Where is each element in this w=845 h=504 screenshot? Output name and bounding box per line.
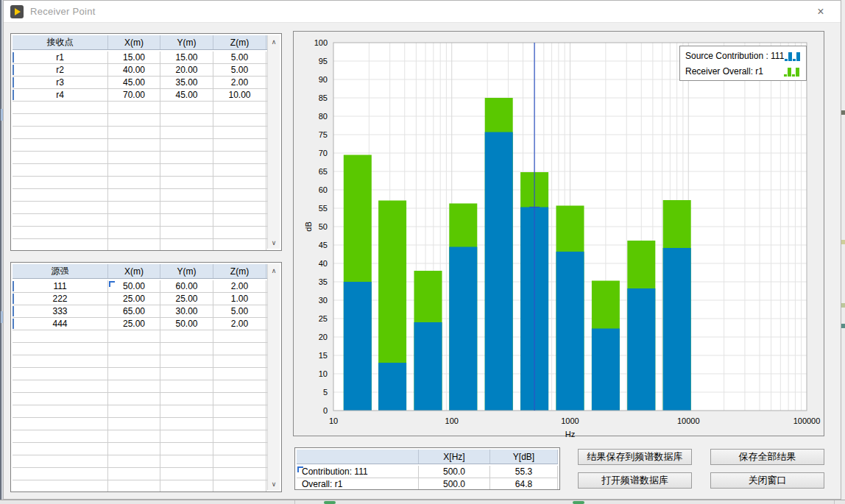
table-cell[interactable]: 15.00: [160, 52, 213, 63]
table-cell[interactable]: 60.00: [160, 280, 213, 292]
table-row[interactable]: r115.0015.005.00: [13, 52, 280, 64]
save-results-to-spectrum-db-button[interactable]: 结果保存到频谱数据库: [578, 449, 692, 465]
table-row[interactable]: [13, 202, 280, 214]
table-cell[interactable]: 20.00: [160, 64, 213, 76]
table-cell[interactable]: [108, 102, 160, 113]
table-cell[interactable]: [13, 189, 108, 201]
table-cell[interactable]: [108, 405, 160, 417]
table-row[interactable]: [13, 455, 280, 468]
table-cell[interactable]: [13, 405, 108, 417]
table-cell[interactable]: 333: [13, 305, 108, 317]
table-cell[interactable]: [13, 418, 108, 430]
column-header[interactable]: X[Hz]: [419, 450, 490, 464]
table-cell[interactable]: [108, 480, 160, 492]
table-cell[interactable]: [108, 430, 160, 442]
table-cell[interactable]: 500.0: [419, 466, 490, 478]
column-header[interactable]: Y(m): [160, 35, 213, 49]
column-header[interactable]: [297, 450, 419, 464]
table-cell[interactable]: [13, 393, 108, 405]
column-header[interactable]: 源强: [13, 264, 108, 278]
table-row[interactable]: [13, 189, 280, 202]
table-cell[interactable]: 25.00: [108, 293, 160, 305]
table-cell[interactable]: 1.00: [213, 293, 266, 305]
table-cell[interactable]: [108, 152, 160, 163]
table-cell[interactable]: [213, 443, 266, 455]
source-strength-table[interactable]: 源强X(m)Y(m)Z(m)11150.0060.002.0022225.002…: [10, 262, 282, 492]
close-icon[interactable]: ×: [810, 4, 832, 20]
table-row[interactable]: [13, 380, 280, 393]
table-cell[interactable]: [160, 393, 213, 405]
table-cell[interactable]: [160, 127, 213, 138]
table-cell[interactable]: r3: [13, 77, 108, 88]
table-cell[interactable]: [108, 455, 160, 467]
table-cell[interactable]: 40.00: [108, 64, 160, 76]
table-cell[interactable]: [213, 114, 266, 126]
table-row[interactable]: [13, 418, 280, 430]
table-row[interactable]: [13, 114, 280, 127]
table-cell[interactable]: [108, 239, 160, 251]
table-cell[interactable]: [213, 202, 266, 213]
table-cell[interactable]: [13, 455, 108, 467]
table-cell[interactable]: [108, 443, 160, 455]
table-cell[interactable]: [160, 355, 213, 367]
table-cell[interactable]: [160, 368, 213, 380]
table-cell[interactable]: [108, 368, 160, 380]
table-cell[interactable]: [213, 239, 266, 251]
table-cell[interactable]: [213, 405, 266, 417]
column-header[interactable]: X(m): [108, 264, 160, 278]
column-header[interactable]: Y[dB]: [490, 450, 558, 464]
table-cell[interactable]: [13, 114, 108, 126]
table-cell[interactable]: [13, 139, 108, 151]
table-row[interactable]: [13, 468, 280, 480]
table-cell[interactable]: [213, 343, 266, 355]
table-row[interactable]: 22225.0025.001.00: [13, 293, 280, 305]
receiver-point-table[interactable]: 接收点X(m)Y(m)Z(m)r115.0015.005.00r240.0020…: [10, 33, 282, 251]
table-row[interactable]: Overall: r1500.064.8: [297, 478, 558, 490]
table-cell[interactable]: [108, 127, 160, 138]
table-row[interactable]: Contribution: 111500.055.3: [297, 466, 558, 478]
table-row[interactable]: [13, 355, 280, 368]
table-cell[interactable]: [13, 164, 108, 176]
table-cell[interactable]: [160, 164, 213, 176]
table-row[interactable]: r345.0035.002.00: [13, 77, 280, 89]
table-cell[interactable]: 35.00: [160, 77, 213, 88]
table-cell[interactable]: [160, 202, 213, 213]
scroll-up-icon[interactable]: ∧: [268, 36, 280, 47]
table-cell[interactable]: 15.00: [108, 52, 160, 63]
table-cell[interactable]: [213, 214, 266, 226]
close-window-button[interactable]: 关闭窗口: [710, 472, 824, 489]
legend-item-source-contribution[interactable]: Source Contribution : 111: [680, 48, 806, 63]
table-cell[interactable]: [160, 443, 213, 455]
column-header[interactable]: Y(m): [160, 264, 213, 278]
table-row[interactable]: 44425.0050.002.00: [13, 318, 280, 330]
table-cell[interactable]: 10.00: [213, 89, 266, 101]
table-row[interactable]: [13, 127, 280, 139]
table-cell[interactable]: Contribution: 111: [297, 466, 419, 478]
table-cell[interactable]: [213, 368, 266, 380]
table-cell[interactable]: [13, 239, 108, 251]
table-cell[interactable]: [213, 355, 266, 367]
table-cell[interactable]: [108, 393, 160, 405]
table-row[interactable]: [13, 214, 280, 227]
table-cell[interactable]: 50.00: [108, 280, 160, 292]
table-row[interactable]: r470.0045.0010.00: [13, 89, 280, 102]
table-cell[interactable]: [160, 480, 213, 492]
table-cell[interactable]: [160, 189, 213, 201]
table-cell[interactable]: 2.00: [213, 280, 266, 292]
table-cell[interactable]: [108, 418, 160, 430]
table-cell[interactable]: 65.00: [108, 305, 160, 317]
table-row[interactable]: [13, 102, 280, 114]
table-cell[interactable]: [213, 380, 266, 392]
table-row[interactable]: [13, 405, 280, 418]
table-row[interactable]: [13, 330, 280, 343]
table-cell[interactable]: [160, 455, 213, 467]
table-cell[interactable]: [108, 214, 160, 226]
table-cell[interactable]: 64.8: [490, 478, 558, 490]
save-all-results-button[interactable]: 保存全部结果: [710, 449, 824, 465]
table-cell[interactable]: [108, 355, 160, 367]
table-cell[interactable]: [108, 227, 160, 238]
cursor-readout-table[interactable]: X[Hz]Y[dB]Contribution: 111500.055.3Over…: [294, 447, 560, 490]
table-cell[interactable]: [213, 418, 266, 430]
table-cell[interactable]: [160, 405, 213, 417]
table-cell[interactable]: 45.00: [160, 89, 213, 101]
